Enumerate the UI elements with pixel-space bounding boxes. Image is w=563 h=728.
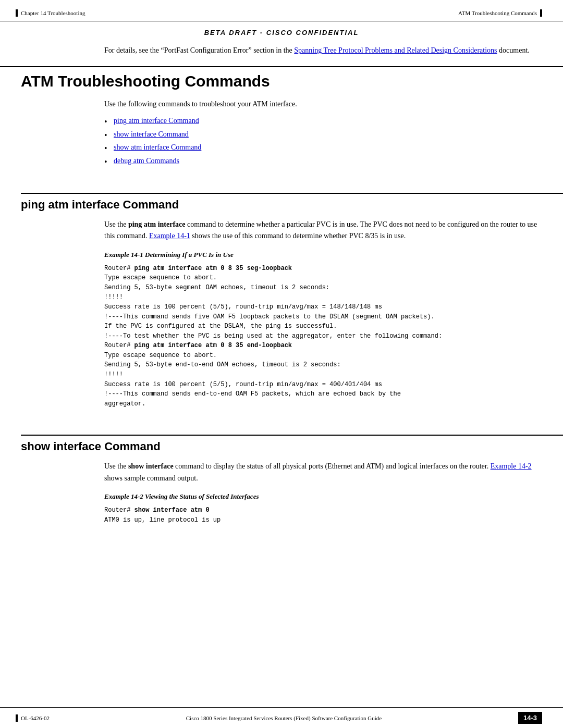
- code-line-0-0-14: Type escape sequence to abort.: [104, 351, 542, 361]
- sections-container: ping atm interface CommandUse the ping a…: [0, 182, 563, 540]
- bullet-item-0: ping atm interface Command: [104, 115, 542, 127]
- code-line-0-0-12: Router# ping atm interface atm 0 8 35 en…: [104, 341, 542, 351]
- intro-text-after: document.: [497, 46, 530, 54]
- bullet-link-3[interactable]: debug atm Commands: [114, 157, 179, 165]
- bullet-link-0[interactable]: ping atm interface Command: [114, 117, 199, 125]
- footer-left: OL-6426-02: [16, 714, 50, 722]
- bullet-link-2[interactable]: show atm interface Command: [114, 143, 201, 151]
- code-block-1-0: Router# show interface atm 0ATM0 is up, …: [104, 505, 542, 525]
- example-title-0-0: Example 14-1 Determining If a PVC Is in …: [104, 250, 542, 261]
- content-intro: Use the following commands to troublesho…: [0, 98, 563, 182]
- main-heading: ATM Troubleshooting Commands: [0, 66, 563, 98]
- section-content-0: Use the ping atm interface command to de…: [0, 219, 563, 424]
- code-line-0-0-7: !----This command sends five OAM F5 loop…: [104, 312, 542, 322]
- header-left-bar: [16, 9, 18, 17]
- header-chapter: Chapter 14 Troubleshooting: [21, 10, 85, 16]
- code-line-0-0-19: !----This command sends end-to-end OAM F…: [104, 389, 542, 399]
- section-heading-0: ping atm interface Command: [21, 193, 563, 212]
- code-line-1-0-0: Router# show interface atm 0: [104, 505, 542, 515]
- footer-page-number: 14-3: [518, 712, 542, 724]
- code-line-0-0-3: Sending 5, 53-byte segment OAM echoes, t…: [104, 283, 542, 293]
- intro-text-before: For details, see the “PortFast Configura…: [104, 46, 294, 54]
- bullet-item-3: debug atm Commands: [104, 155, 542, 167]
- footer-center: Cisco 1800 Series Integrated Services Ro…: [50, 715, 518, 721]
- code-line-0-0-4: !!!!!: [104, 292, 542, 302]
- intro-link[interactable]: Spanning Tree Protocol Problems and Rela…: [294, 46, 497, 54]
- page: Chapter 14 Troubleshooting ATM Troublesh…: [0, 0, 563, 728]
- code-line-0-0-17: Success rate is 100 percent (5/5), round…: [104, 380, 542, 390]
- code-line-0-0-0: Router# ping atm interface atm 0 8 35 se…: [104, 264, 542, 274]
- section-link-0[interactable]: Example 14-1: [149, 232, 190, 240]
- section-heading-1: show interface Command: [21, 435, 563, 453]
- code-line-0-0-5: Success rate is 100 percent (5/5), round…: [104, 302, 542, 312]
- header-left: Chapter 14 Troubleshooting: [16, 9, 85, 17]
- code-line-0-0-10: !----To test whether the PVC is being us…: [104, 331, 542, 341]
- bullet-link-1[interactable]: show interface Command: [114, 130, 189, 138]
- page-header: Chapter 14 Troubleshooting ATM Troublesh…: [0, 0, 563, 21]
- section-bold-1: show interface: [128, 462, 174, 470]
- intro-section: For details, see the “PortFast Configura…: [0, 42, 563, 66]
- code-line-0-0-20: aggregator.: [104, 399, 542, 409]
- code-line-0-0-16: !!!!!: [104, 370, 542, 380]
- footer-left-bar: [16, 714, 18, 722]
- header-right-title: ATM Troubleshooting Commands: [458, 10, 537, 16]
- code-block-0-0: Router# ping atm interface atm 0 8 35 se…: [104, 264, 542, 409]
- page-footer: OL-6426-02 Cisco 1800 Series Integrated …: [0, 707, 563, 728]
- bullet-list: ping atm interface Commandshow interface…: [104, 115, 542, 167]
- code-line-1-0-1: ATM0 is up, line protocol is up: [104, 515, 542, 525]
- example-title-1-0: Example 14-2 Viewing the Status of Selec…: [104, 491, 542, 502]
- section-para-0: Use the ping atm interface command to de…: [104, 219, 542, 242]
- section-para-1: Use the show interface command to displa…: [104, 461, 542, 484]
- section-content-1: Use the show interface command to displa…: [0, 461, 563, 540]
- beta-banner: BETA DRAFT - CISCO CONFIDENTIAL: [0, 21, 563, 42]
- header-right: ATM Troubleshooting Commands: [458, 9, 542, 17]
- code-line-0-0-15: Sending 5, 53-byte end-to-end OAM echoes…: [104, 360, 542, 370]
- section-link-1[interactable]: Example 14-2: [491, 462, 532, 470]
- footer-left-label: OL-6426-02: [21, 715, 50, 721]
- header-right-bar: [540, 9, 542, 17]
- code-line-0-0-2: Type escape sequence to abort.: [104, 273, 542, 283]
- bullet-item-2: show atm interface Command: [104, 142, 542, 153]
- section-bold-0: ping atm interface: [128, 220, 186, 228]
- body-intro-text: Use the following commands to troublesho…: [104, 98, 542, 110]
- bullet-item-1: show interface Command: [104, 129, 542, 140]
- footer-right: 14-3: [518, 712, 542, 724]
- code-line-0-0-8: If the PVC is configured at the DSLAM, t…: [104, 322, 542, 331]
